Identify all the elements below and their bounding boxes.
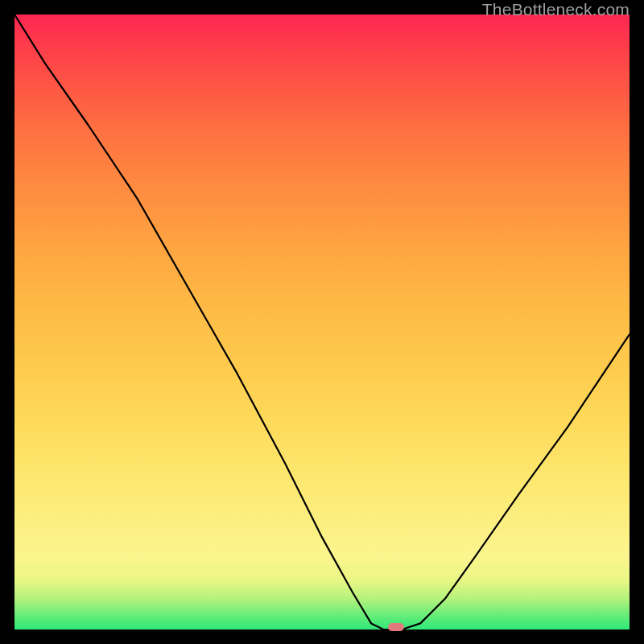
- watermark-text: TheBottleneck.com: [482, 0, 630, 19]
- plot-area: [14, 14, 630, 630]
- bottleneck-curve: [14, 14, 630, 630]
- chart-frame: TheBottleneck.com: [0, 0, 644, 644]
- optimum-marker: [388, 623, 404, 631]
